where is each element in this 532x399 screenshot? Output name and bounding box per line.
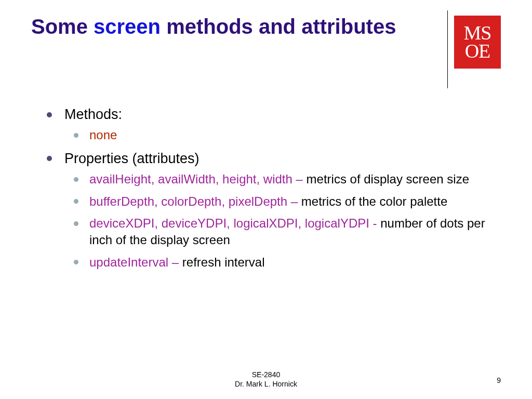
prop-desc: metrics of display screen size — [307, 172, 469, 186]
footer-author: Dr. Mark L. Hornick — [0, 379, 532, 389]
prop-item-3: updateInterval – refresh interval — [74, 254, 501, 271]
top-list: Methods: none Properties (attributes) av… — [47, 105, 501, 271]
prop-code: bufferDepth, colorDepth, pixelDepth – — [89, 194, 301, 208]
prop-desc: refresh interval — [182, 255, 265, 269]
content-body: Methods: none Properties (attributes) av… — [31, 105, 501, 271]
prop-code: deviceXDPI, deviceYDPI, logicalXDPI, log… — [89, 216, 380, 230]
prop-item-2: deviceXDPI, deviceYDPI, logicalXDPI, log… — [74, 215, 501, 249]
properties-sublist: availHeight, availWidth, height, width –… — [74, 171, 501, 271]
logo-line-2: OE — [465, 42, 490, 60]
methods-none-item: none — [74, 127, 501, 143]
vertical-divider — [447, 10, 448, 88]
footer: SE-2840 Dr. Mark L. Hornick — [0, 370, 532, 389]
prop-code: updateInterval – — [89, 255, 182, 269]
msoe-logo: MS OE — [454, 16, 501, 69]
title-highlight: screen — [94, 15, 161, 38]
footer-course: SE-2840 — [0, 370, 532, 379]
title-part1: Some — [31, 15, 94, 38]
methods-label: Methods: — [64, 107, 122, 122]
none-text: none — [89, 128, 117, 142]
properties-item: Properties (attributes) availHeight, ava… — [47, 149, 501, 271]
logo-zone: MS OE — [447, 14, 501, 88]
logo-line-1: MS — [464, 24, 491, 42]
methods-sublist: none — [74, 127, 501, 143]
slide-title: Some screen methods and attributes — [31, 14, 396, 39]
prop-desc: metrics of the color palette — [301, 194, 447, 208]
prop-item-1: bufferDepth, colorDepth, pixelDepth – me… — [74, 193, 501, 210]
title-part2: methods and attributes — [161, 15, 396, 38]
methods-item: Methods: none — [47, 105, 501, 144]
title-row: Some screen methods and attributes MS OE — [31, 14, 501, 88]
slide: Some screen methods and attributes MS OE… — [0, 0, 532, 399]
properties-label: Properties (attributes) — [64, 151, 200, 166]
page-number: 9 — [497, 376, 501, 384]
prop-item-0: availHeight, availWidth, height, width –… — [74, 171, 501, 188]
prop-code: availHeight, availWidth, height, width – — [89, 172, 307, 186]
